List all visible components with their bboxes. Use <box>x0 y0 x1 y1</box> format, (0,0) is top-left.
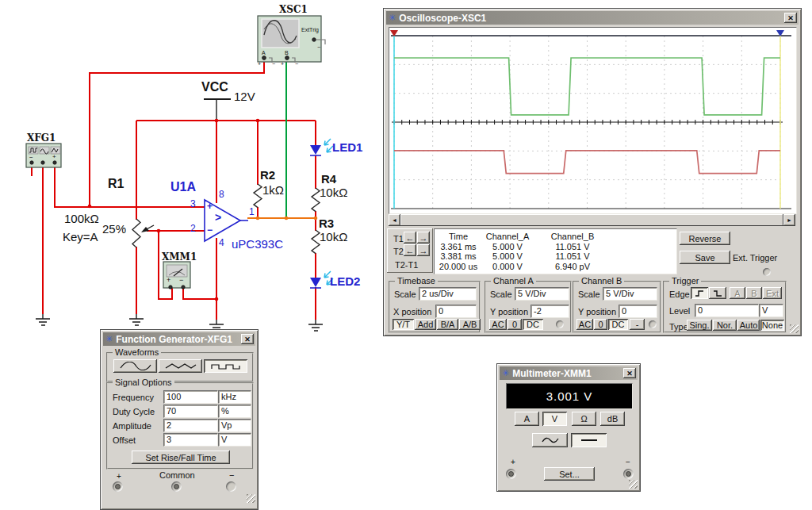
channel-a-scale-input[interactable]: 5 V/Div <box>515 287 569 301</box>
close-icon[interactable]: ✕ <box>784 13 797 23</box>
resize-grip[interactable] <box>629 480 638 489</box>
offset-unit[interactable]: V <box>218 433 251 447</box>
plus-terminal-label: + <box>117 472 121 481</box>
potentiometer-r1[interactable] <box>132 219 154 247</box>
resistor-r2[interactable] <box>254 184 262 208</box>
dc-icon <box>581 439 597 441</box>
close-icon[interactable]: ✕ <box>623 368 636 378</box>
triangle-wave-button[interactable] <box>159 359 202 373</box>
close-icon[interactable]: ✕ <box>241 334 254 344</box>
multisim-app-icon: ✳ <box>502 369 509 378</box>
timebase-add-button[interactable]: Add <box>415 319 436 330</box>
trigger-level-unit[interactable]: V <box>759 304 783 317</box>
trigger-source-b-button[interactable]: B <box>746 287 762 299</box>
multimeter-icon[interactable] <box>163 262 190 289</box>
timebase-yt-button[interactable]: Y/T <box>393 319 414 330</box>
trigger-falling-edge-button[interactable] <box>709 287 726 299</box>
resistor-r3[interactable] <box>312 230 320 254</box>
resize-grip[interactable] <box>247 494 255 503</box>
duty-cycle-unit[interactable]: % <box>218 405 251 418</box>
timebase-scale-label: Scale <box>394 290 416 299</box>
reverse-button[interactable]: Reverse <box>680 232 730 245</box>
channel-b-ac-button[interactable]: AC <box>576 319 593 330</box>
resize-grip[interactable] <box>790 324 799 333</box>
offset-input[interactable]: 3 <box>163 433 218 447</box>
timebase-scale-input[interactable]: 2 us/Div <box>419 287 477 301</box>
duty-cycle-label: Duty Cycle <box>113 407 155 416</box>
t2-right-button[interactable]: → <box>417 244 430 256</box>
plus-terminal[interactable] <box>506 469 516 479</box>
t1-left-button[interactable]: ← <box>404 232 416 243</box>
volt-mode-button[interactable]: V <box>542 412 567 426</box>
oscilloscope-titlebar[interactable]: ✳ Oscilloscope-XSC1 ✕ <box>386 11 799 25</box>
channel-b-scale-input[interactable]: 5 V/Div <box>603 287 657 301</box>
channel-b-yposition-input[interactable]: 0 <box>619 305 657 318</box>
trigger-type-normal-button[interactable]: Nor. <box>713 320 737 331</box>
channel-b-terminal[interactable] <box>649 320 657 328</box>
dc-mode-button[interactable] <box>571 433 607 447</box>
oscilloscope-scrollbar[interactable]: ◄ ► <box>389 214 795 226</box>
function-generator-titlebar[interactable]: ✳ Function Generator-XFG1 ✕ <box>103 332 255 346</box>
function-generator-icon[interactable] <box>26 144 61 167</box>
duty-cycle-input[interactable]: 70 <box>163 405 218 418</box>
comparator-u1a[interactable] <box>205 200 248 241</box>
set-rise-fall-time-button[interactable]: Set Rise/Fall Time <box>132 451 230 464</box>
vcc-symbol[interactable] <box>204 99 231 121</box>
sine-wave-button[interactable] <box>113 359 157 373</box>
square-wave-icon <box>209 362 243 370</box>
square-wave-button[interactable] <box>204 359 247 373</box>
minus-terminal[interactable] <box>623 469 634 479</box>
ohm-mode-button[interactable]: Ω <box>572 412 596 426</box>
multimeter-titlebar[interactable]: ✳ Multimeter-XMM1 ✕ <box>500 366 638 380</box>
timebase-ab-button[interactable]: A/B <box>459 319 481 330</box>
frequency-unit[interactable]: kHz <box>218 390 251 404</box>
readout-header-channel-b: Channel_B <box>541 232 604 241</box>
trigger-type-auto-button[interactable]: Auto <box>737 320 760 331</box>
resistor-r4[interactable] <box>312 188 320 212</box>
minus-terminal[interactable] <box>226 481 236 492</box>
channel-b-zero-button[interactable]: 0 <box>594 319 607 330</box>
channel-a-terminal[interactable] <box>556 320 564 328</box>
led2[interactable] <box>310 271 333 288</box>
channel-a-zero-button[interactable]: 0 <box>508 319 522 330</box>
ground-symbol[interactable] <box>36 314 323 331</box>
set-button[interactable]: Set... <box>544 467 595 481</box>
channel-a-dc-button[interactable]: DC <box>523 319 543 330</box>
trigger-rising-edge-button[interactable] <box>691 287 708 299</box>
frequency-input[interactable]: 100 <box>163 390 218 404</box>
decibel-mode-button[interactable]: dB <box>600 412 625 426</box>
scrollbar-left-icon[interactable]: ◄ <box>389 214 400 226</box>
readout-delta-channel-a: 0.000 V <box>476 262 539 271</box>
plus-terminal[interactable] <box>113 481 123 492</box>
ext-trigger-terminal[interactable] <box>763 268 771 276</box>
scrollbar-right-icon[interactable]: ► <box>783 214 795 226</box>
amplitude-unit[interactable]: Vp <box>218 419 251 432</box>
led1[interactable] <box>310 139 333 155</box>
ac-mode-button[interactable] <box>532 433 568 447</box>
ampere-mode-button[interactable]: A <box>515 412 539 426</box>
sine-wave-icon <box>119 362 152 370</box>
common-terminal[interactable] <box>171 481 182 492</box>
amplitude-input[interactable]: 2 <box>163 419 218 432</box>
trigger-level-input[interactable]: 0 <box>695 304 759 317</box>
channel-a-yposition-input[interactable]: -2 <box>530 305 569 318</box>
trigger-type-none-button[interactable]: None <box>760 320 784 331</box>
trigger-edge-label: Edge <box>669 290 690 299</box>
timebase-ba-button[interactable]: B/A <box>437 319 458 330</box>
t1-right-button[interactable]: → <box>417 232 430 243</box>
trigger-source-ext-button[interactable]: Ext <box>763 287 782 299</box>
timebase-xposition-input[interactable]: 0 <box>435 305 477 318</box>
t2-left-button[interactable]: ← <box>404 244 416 256</box>
trigger-source-a-button[interactable]: A <box>730 287 745 299</box>
channel-b-invert-button[interactable]: - <box>630 319 645 330</box>
oscilloscope-icon[interactable] <box>258 16 325 63</box>
wire-junctions <box>88 119 318 301</box>
multimeter-reading: 3.001 V <box>546 389 593 403</box>
channel-b-dc-button[interactable]: DC <box>608 319 628 330</box>
channel-a-scale-label: Scale <box>490 290 512 299</box>
save-button[interactable]: Save <box>680 251 730 264</box>
channel-a-ac-button[interactable]: AC <box>489 319 507 330</box>
scrollbar-thumb[interactable] <box>400 214 783 226</box>
trigger-type-single-button[interactable]: Sing. <box>687 320 712 331</box>
triangle-wave-icon <box>164 362 197 370</box>
